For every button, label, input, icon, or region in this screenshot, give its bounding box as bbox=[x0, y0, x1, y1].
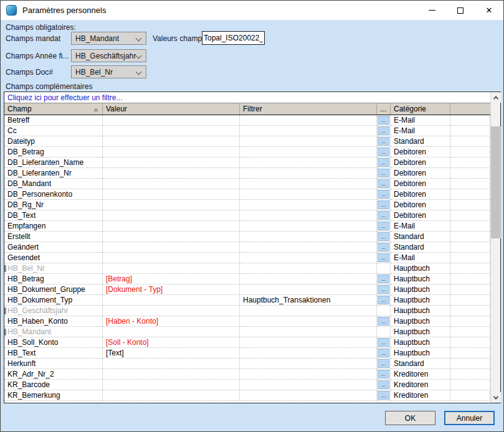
row-options-button[interactable]: ... bbox=[378, 232, 389, 241]
cancel-button[interactable]: Annuler bbox=[444, 411, 495, 425]
row-options-button[interactable]: ... bbox=[378, 391, 389, 400]
row-options-button[interactable]: ... bbox=[378, 296, 389, 304]
champs-mandat-select[interactable]: HB_Mandant bbox=[71, 32, 146, 45]
table-row[interactable]: HB_Text[Text]...Hauptbuch bbox=[4, 348, 490, 359]
table-row[interactable]: KR_Barcode...Kreditoren bbox=[4, 380, 490, 390]
maximize-button[interactable] bbox=[446, 1, 475, 20]
row-options-button[interactable]: ... bbox=[378, 158, 389, 167]
maximize-icon bbox=[457, 7, 464, 14]
table-row[interactable]: HB_Dokument_Gruppe[Dokument - Typ]...Hau… bbox=[4, 284, 490, 295]
cell-filler bbox=[450, 115, 490, 126]
cell-valeur bbox=[103, 157, 240, 168]
cell-categorie: Standard bbox=[391, 359, 450, 369]
table-row[interactable]: KR_Adr_Nr_2...Kreditoren bbox=[4, 369, 490, 380]
row-options-button[interactable]: ... bbox=[378, 370, 389, 378]
cell-filler bbox=[450, 179, 490, 189]
scroll-down-button[interactable] bbox=[491, 392, 501, 403]
cell-valeur: [Text] bbox=[103, 348, 240, 359]
table-row[interactable]: DB_Mandant...Debitoren bbox=[4, 179, 490, 189]
row-options-button[interactable]: ... bbox=[378, 126, 389, 135]
cell-champ: HB_Dokument_Gruppe bbox=[4, 284, 103, 295]
row-options-button[interactable]: ... bbox=[378, 137, 389, 146]
table-row[interactable]: DB_Personenkonto...Debitoren bbox=[4, 189, 490, 200]
champs-annee-select[interactable]: HB_Geschäftsjahr bbox=[71, 49, 146, 62]
table-row[interactable]: KR_Bemerkung...Kreditoren bbox=[4, 390, 490, 401]
table-row[interactable]: DB_Lieferanten_Name...Debitoren bbox=[4, 157, 490, 168]
cell-categorie: Debitoren bbox=[391, 179, 450, 189]
row-options-button[interactable]: ... bbox=[378, 349, 389, 357]
table-row[interactable]: DB_Rg_Nr...Debitoren bbox=[4, 200, 490, 210]
row-options-button[interactable]: ... bbox=[378, 222, 389, 230]
column-header-options[interactable]: ... bbox=[377, 103, 391, 115]
row-options-button[interactable]: ... bbox=[378, 275, 389, 283]
table-row[interactable]: HB_GeschäftsjahrHauptbuch bbox=[4, 306, 490, 316]
cell-options: ... bbox=[377, 316, 391, 327]
table-row[interactable]: HB_Soll_Konto[Soll - Konto]...Hauptbuch bbox=[4, 337, 490, 348]
table-row[interactable]: HB_Dokument_TypHauptbuch_Transaktionen..… bbox=[4, 295, 490, 306]
column-header-champ[interactable]: Champ bbox=[4, 103, 103, 115]
cell-valeur: [Betrag] bbox=[103, 274, 240, 284]
valeurs-champ-input[interactable] bbox=[202, 31, 265, 45]
table-row[interactable]: Herkunft...Standard bbox=[4, 359, 490, 369]
cell-filtrer bbox=[240, 168, 377, 179]
row-options-button[interactable]: ... bbox=[378, 338, 389, 347]
row-options-button[interactable]: ... bbox=[378, 200, 389, 209]
cell-champ: HB_Betrag bbox=[4, 274, 103, 284]
close-icon: ✕ bbox=[486, 6, 493, 14]
cell-filler bbox=[450, 295, 490, 306]
window-title: Paramètres personnels bbox=[22, 6, 106, 15]
vertical-scrollbar[interactable] bbox=[490, 92, 500, 403]
table-row[interactable]: DB_Lieferanten_Nr...Debitoren bbox=[4, 168, 490, 179]
cell-filtrer bbox=[240, 380, 377, 390]
column-header-filtrer[interactable]: Filtrer bbox=[240, 103, 377, 115]
table-row[interactable]: HB_MandantHauptbuch bbox=[4, 327, 490, 337]
cell-categorie: Hauptbuch bbox=[391, 327, 450, 337]
cell-champ: Herkunft bbox=[4, 359, 103, 369]
row-options-button[interactable]: ... bbox=[378, 211, 389, 220]
minimize-button[interactable] bbox=[417, 1, 446, 20]
table-row[interactable]: Geändert...Standard bbox=[4, 242, 490, 253]
close-button[interactable]: ✕ bbox=[475, 1, 503, 20]
cell-filler bbox=[450, 221, 490, 232]
cell-categorie: Standard bbox=[391, 136, 450, 147]
table-row[interactable]: DB_Betrag...Debitoren bbox=[4, 147, 490, 157]
row-options-button[interactable]: ... bbox=[378, 190, 389, 199]
scrollbar-thumb[interactable] bbox=[491, 126, 501, 238]
table-row[interactable]: Betreff...E-Mail bbox=[4, 115, 490, 126]
cell-filler bbox=[450, 390, 490, 401]
cell-options: ... bbox=[377, 369, 391, 380]
row-options-button[interactable]: ... bbox=[378, 169, 389, 177]
table-row[interactable]: Dateityp...Standard bbox=[4, 136, 490, 147]
grid-filter-row[interactable]: Cliquez ici pour effectuer un filtre... bbox=[4, 92, 490, 103]
row-options-button[interactable]: ... bbox=[378, 285, 389, 294]
table-row[interactable]: Gesendet...E-Mail bbox=[4, 253, 490, 263]
table-row[interactable]: Empfangen...E-Mail bbox=[4, 221, 490, 232]
table-row[interactable]: HB_Betrag[Betrag]...Hauptbuch bbox=[4, 274, 490, 284]
table-row[interactable]: DB_Text...Debitoren bbox=[4, 210, 490, 221]
cell-filler bbox=[450, 369, 490, 380]
scroll-up-button[interactable] bbox=[491, 92, 501, 103]
row-options-button[interactable]: ... bbox=[378, 243, 389, 251]
column-header-categorie[interactable]: Catégorie bbox=[391, 103, 450, 115]
row-options-button[interactable]: ... bbox=[378, 148, 389, 156]
cell-valeur bbox=[103, 263, 240, 274]
cell-categorie: Hauptbuch bbox=[391, 284, 450, 295]
champs-doc-select[interactable]: HB_Bel_Nr bbox=[71, 65, 146, 78]
row-options-button[interactable]: ... bbox=[378, 253, 389, 262]
cell-champ: DB_Lieferanten_Name bbox=[4, 157, 103, 168]
cell-options: ... bbox=[377, 274, 391, 284]
table-row[interactable]: HB_Bel_NrHauptbuch bbox=[4, 263, 490, 274]
row-options-button[interactable]: ... bbox=[378, 116, 389, 124]
ok-button[interactable]: OK bbox=[385, 411, 435, 425]
row-options-button[interactable]: ... bbox=[378, 380, 389, 389]
table-row[interactable]: Cc...E-Mail bbox=[4, 126, 490, 136]
column-header-valeur[interactable]: Valeur bbox=[103, 103, 240, 115]
row-options-button[interactable]: ... bbox=[378, 317, 389, 326]
settings-dialog: Paramètres personnels ✕ Champs obligatoi… bbox=[0, 0, 504, 432]
cell-filler bbox=[450, 263, 490, 274]
table-row[interactable]: Erstellt...Standard bbox=[4, 232, 490, 242]
row-options-button[interactable]: ... bbox=[378, 359, 389, 368]
table-row[interactable]: HB_Haben_Konto[Haben - Konto]...Hauptbuc… bbox=[4, 316, 490, 327]
cell-filtrer bbox=[240, 157, 377, 168]
row-options-button[interactable]: ... bbox=[378, 179, 389, 188]
